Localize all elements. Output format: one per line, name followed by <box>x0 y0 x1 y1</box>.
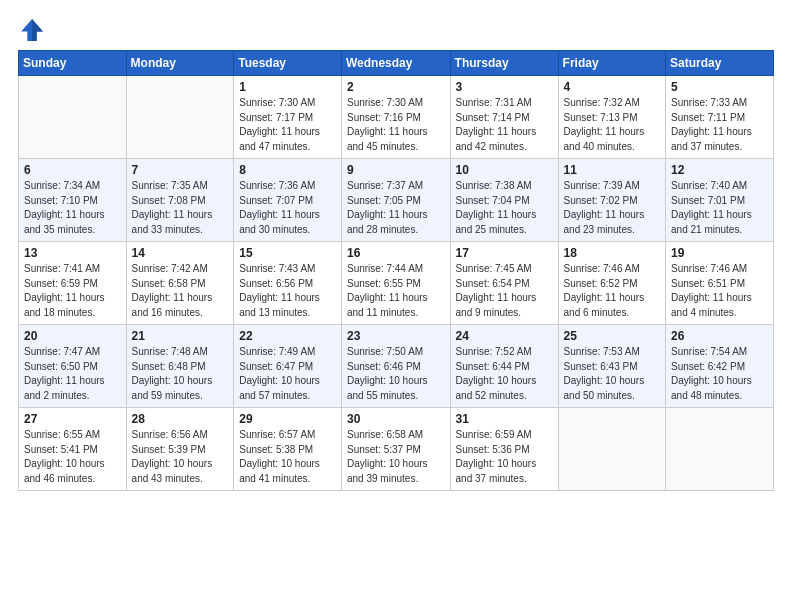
day-number: 29 <box>239 412 336 426</box>
day-number: 21 <box>132 329 229 343</box>
calendar-cell: 26Sunrise: 7:54 AM Sunset: 6:42 PM Dayli… <box>666 325 774 408</box>
day-number: 9 <box>347 163 445 177</box>
page: SundayMondayTuesdayWednesdayThursdayFrid… <box>0 0 792 612</box>
day-info: Sunrise: 7:50 AM Sunset: 6:46 PM Dayligh… <box>347 345 445 403</box>
calendar-cell: 29Sunrise: 6:57 AM Sunset: 5:38 PM Dayli… <box>234 408 342 491</box>
day-number: 10 <box>456 163 553 177</box>
calendar-cell: 1Sunrise: 7:30 AM Sunset: 7:17 PM Daylig… <box>234 76 342 159</box>
svg-marker-1 <box>32 19 43 41</box>
calendar-cell: 3Sunrise: 7:31 AM Sunset: 7:14 PM Daylig… <box>450 76 558 159</box>
calendar-cell: 7Sunrise: 7:35 AM Sunset: 7:08 PM Daylig… <box>126 159 234 242</box>
day-number: 3 <box>456 80 553 94</box>
day-number: 16 <box>347 246 445 260</box>
day-info: Sunrise: 6:55 AM Sunset: 5:41 PM Dayligh… <box>24 428 121 486</box>
day-info: Sunrise: 7:47 AM Sunset: 6:50 PM Dayligh… <box>24 345 121 403</box>
calendar-cell: 19Sunrise: 7:46 AM Sunset: 6:51 PM Dayli… <box>666 242 774 325</box>
day-info: Sunrise: 7:34 AM Sunset: 7:10 PM Dayligh… <box>24 179 121 237</box>
calendar-cell: 14Sunrise: 7:42 AM Sunset: 6:58 PM Dayli… <box>126 242 234 325</box>
day-info: Sunrise: 7:36 AM Sunset: 7:07 PM Dayligh… <box>239 179 336 237</box>
calendar-cell: 28Sunrise: 6:56 AM Sunset: 5:39 PM Dayli… <box>126 408 234 491</box>
day-number: 4 <box>564 80 660 94</box>
day-number: 13 <box>24 246 121 260</box>
day-number: 19 <box>671 246 768 260</box>
day-info: Sunrise: 7:44 AM Sunset: 6:55 PM Dayligh… <box>347 262 445 320</box>
day-number: 17 <box>456 246 553 260</box>
day-number: 31 <box>456 412 553 426</box>
day-number: 26 <box>671 329 768 343</box>
day-number: 1 <box>239 80 336 94</box>
day-number: 2 <box>347 80 445 94</box>
day-info: Sunrise: 7:52 AM Sunset: 6:44 PM Dayligh… <box>456 345 553 403</box>
day-info: Sunrise: 7:46 AM Sunset: 6:51 PM Dayligh… <box>671 262 768 320</box>
calendar-cell: 11Sunrise: 7:39 AM Sunset: 7:02 PM Dayli… <box>558 159 665 242</box>
day-info: Sunrise: 7:39 AM Sunset: 7:02 PM Dayligh… <box>564 179 660 237</box>
calendar-cell <box>558 408 665 491</box>
col-header-monday: Monday <box>126 51 234 76</box>
day-number: 27 <box>24 412 121 426</box>
calendar-header-row: SundayMondayTuesdayWednesdayThursdayFrid… <box>19 51 774 76</box>
calendar-cell: 10Sunrise: 7:38 AM Sunset: 7:04 PM Dayli… <box>450 159 558 242</box>
day-info: Sunrise: 7:40 AM Sunset: 7:01 PM Dayligh… <box>671 179 768 237</box>
day-number: 24 <box>456 329 553 343</box>
calendar-cell: 12Sunrise: 7:40 AM Sunset: 7:01 PM Dayli… <box>666 159 774 242</box>
day-info: Sunrise: 7:53 AM Sunset: 6:43 PM Dayligh… <box>564 345 660 403</box>
calendar-week-row: 1Sunrise: 7:30 AM Sunset: 7:17 PM Daylig… <box>19 76 774 159</box>
day-info: Sunrise: 7:45 AM Sunset: 6:54 PM Dayligh… <box>456 262 553 320</box>
day-number: 6 <box>24 163 121 177</box>
header <box>18 16 774 44</box>
day-info: Sunrise: 6:57 AM Sunset: 5:38 PM Dayligh… <box>239 428 336 486</box>
day-number: 30 <box>347 412 445 426</box>
day-number: 18 <box>564 246 660 260</box>
calendar-cell <box>126 76 234 159</box>
day-info: Sunrise: 7:33 AM Sunset: 7:11 PM Dayligh… <box>671 96 768 154</box>
day-info: Sunrise: 7:30 AM Sunset: 7:16 PM Dayligh… <box>347 96 445 154</box>
day-info: Sunrise: 7:38 AM Sunset: 7:04 PM Dayligh… <box>456 179 553 237</box>
calendar-week-row: 20Sunrise: 7:47 AM Sunset: 6:50 PM Dayli… <box>19 325 774 408</box>
calendar-cell: 6Sunrise: 7:34 AM Sunset: 7:10 PM Daylig… <box>19 159 127 242</box>
day-info: Sunrise: 6:58 AM Sunset: 5:37 PM Dayligh… <box>347 428 445 486</box>
col-header-friday: Friday <box>558 51 665 76</box>
day-number: 5 <box>671 80 768 94</box>
calendar-cell: 30Sunrise: 6:58 AM Sunset: 5:37 PM Dayli… <box>342 408 451 491</box>
day-number: 7 <box>132 163 229 177</box>
col-header-wednesday: Wednesday <box>342 51 451 76</box>
col-header-thursday: Thursday <box>450 51 558 76</box>
day-info: Sunrise: 7:43 AM Sunset: 6:56 PM Dayligh… <box>239 262 336 320</box>
calendar-cell: 18Sunrise: 7:46 AM Sunset: 6:52 PM Dayli… <box>558 242 665 325</box>
calendar-cell: 17Sunrise: 7:45 AM Sunset: 6:54 PM Dayli… <box>450 242 558 325</box>
calendar-cell <box>666 408 774 491</box>
calendar-week-row: 27Sunrise: 6:55 AM Sunset: 5:41 PM Dayli… <box>19 408 774 491</box>
day-info: Sunrise: 7:37 AM Sunset: 7:05 PM Dayligh… <box>347 179 445 237</box>
day-info: Sunrise: 7:30 AM Sunset: 7:17 PM Dayligh… <box>239 96 336 154</box>
calendar-week-row: 6Sunrise: 7:34 AM Sunset: 7:10 PM Daylig… <box>19 159 774 242</box>
calendar-cell: 13Sunrise: 7:41 AM Sunset: 6:59 PM Dayli… <box>19 242 127 325</box>
calendar-cell: 25Sunrise: 7:53 AM Sunset: 6:43 PM Dayli… <box>558 325 665 408</box>
col-header-saturday: Saturday <box>666 51 774 76</box>
day-number: 20 <box>24 329 121 343</box>
day-info: Sunrise: 7:35 AM Sunset: 7:08 PM Dayligh… <box>132 179 229 237</box>
day-info: Sunrise: 7:49 AM Sunset: 6:47 PM Dayligh… <box>239 345 336 403</box>
calendar-cell <box>19 76 127 159</box>
day-number: 25 <box>564 329 660 343</box>
calendar-cell: 27Sunrise: 6:55 AM Sunset: 5:41 PM Dayli… <box>19 408 127 491</box>
day-number: 11 <box>564 163 660 177</box>
calendar-cell: 23Sunrise: 7:50 AM Sunset: 6:46 PM Dayli… <box>342 325 451 408</box>
day-info: Sunrise: 6:56 AM Sunset: 5:39 PM Dayligh… <box>132 428 229 486</box>
calendar-cell: 8Sunrise: 7:36 AM Sunset: 7:07 PM Daylig… <box>234 159 342 242</box>
day-number: 8 <box>239 163 336 177</box>
logo <box>18 16 50 44</box>
col-header-tuesday: Tuesday <box>234 51 342 76</box>
day-info: Sunrise: 7:54 AM Sunset: 6:42 PM Dayligh… <box>671 345 768 403</box>
day-info: Sunrise: 7:31 AM Sunset: 7:14 PM Dayligh… <box>456 96 553 154</box>
day-info: Sunrise: 7:46 AM Sunset: 6:52 PM Dayligh… <box>564 262 660 320</box>
calendar-cell: 20Sunrise: 7:47 AM Sunset: 6:50 PM Dayli… <box>19 325 127 408</box>
day-number: 12 <box>671 163 768 177</box>
calendar-cell: 2Sunrise: 7:30 AM Sunset: 7:16 PM Daylig… <box>342 76 451 159</box>
calendar-cell: 16Sunrise: 7:44 AM Sunset: 6:55 PM Dayli… <box>342 242 451 325</box>
logo-icon <box>18 16 46 44</box>
day-info: Sunrise: 7:42 AM Sunset: 6:58 PM Dayligh… <box>132 262 229 320</box>
col-header-sunday: Sunday <box>19 51 127 76</box>
calendar-cell: 9Sunrise: 7:37 AM Sunset: 7:05 PM Daylig… <box>342 159 451 242</box>
calendar-cell: 22Sunrise: 7:49 AM Sunset: 6:47 PM Dayli… <box>234 325 342 408</box>
day-number: 23 <box>347 329 445 343</box>
